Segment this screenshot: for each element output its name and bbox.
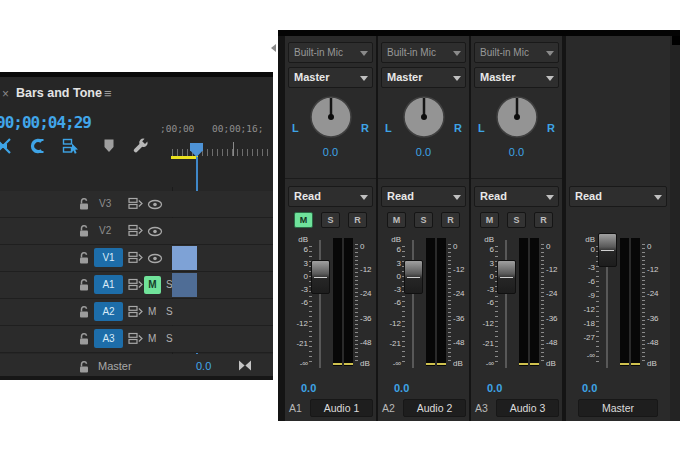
pan-knob[interactable] <box>401 94 447 140</box>
playhead-timecode[interactable]: 00;00;04;29 <box>0 113 91 132</box>
fader-tick-label: -∞ <box>473 360 494 368</box>
volume-value[interactable]: 0.0 <box>301 382 316 394</box>
output-assign-dropdown[interactable]: Master <box>474 67 559 88</box>
mute-button[interactable]: M <box>148 306 156 317</box>
timeline-settings-wrench-icon[interactable] <box>132 137 150 155</box>
eye-icon[interactable] <box>147 226 163 237</box>
db-label: dB <box>380 236 401 244</box>
lock-icon[interactable] <box>78 278 90 292</box>
video-clip[interactable] <box>172 246 197 270</box>
chevron-down-icon <box>360 76 368 81</box>
eye-icon[interactable] <box>147 253 163 264</box>
output-assign-dropdown[interactable]: Master <box>381 67 466 88</box>
volume-value[interactable]: 0.0 <box>487 382 502 394</box>
meter-tick-label: -48 <box>453 339 465 347</box>
source-patch-icon[interactable] <box>128 224 143 237</box>
output-assign-dropdown[interactable]: Master <box>288 67 373 88</box>
volume-fader-handle[interactable] <box>404 260 423 294</box>
lock-icon[interactable] <box>78 197 90 211</box>
fader-tick-label: 0 <box>287 273 308 281</box>
section-divider <box>285 178 376 179</box>
volume-value[interactable]: 0.0 <box>582 382 597 394</box>
track-name-field[interactable]: Audio 3 <box>496 399 559 417</box>
automation-mode-dropdown[interactable]: Read <box>474 186 559 207</box>
record-arm-button[interactable]: R <box>348 212 367 228</box>
source-patch-icon[interactable] <box>128 251 143 264</box>
input-device-dropdown[interactable]: Built-in Mic <box>381 42 466 63</box>
lock-icon[interactable] <box>78 251 90 265</box>
source-patch-icon[interactable] <box>128 197 143 210</box>
db-label: dB <box>647 360 657 368</box>
timeline-tab-bar: × Bars and Tone ≡ <box>0 80 273 108</box>
track-row-a1: A1 M S <box>0 272 273 298</box>
lock-icon[interactable] <box>78 224 90 238</box>
pan-value[interactable]: 0.0 <box>471 146 562 158</box>
pan-value[interactable]: 0.0 <box>285 146 376 158</box>
source-patch-icon[interactable] <box>128 305 143 318</box>
meter-tick-label: -12 <box>360 266 372 274</box>
volume-value[interactable]: 0.0 <box>394 382 409 394</box>
volume-fader-handle[interactable] <box>311 260 330 294</box>
lock-icon[interactable] <box>78 305 90 319</box>
fader-tick-label: -12 <box>287 320 308 328</box>
mute-button[interactable]: M <box>387 212 406 228</box>
master-gain-value[interactable]: 0.0 <box>196 360 211 372</box>
automation-mode-dropdown[interactable]: Read <box>569 186 667 207</box>
mute-button-active[interactable]: M <box>294 212 313 228</box>
fader-tick-label: -3 <box>380 286 401 294</box>
solo-button[interactable]: S <box>321 212 340 228</box>
track-target-chip[interactable]: V1 <box>94 248 123 267</box>
chevron-down-icon <box>546 76 554 81</box>
volume-fader-handle[interactable] <box>598 233 617 267</box>
solo-button[interactable]: S <box>166 306 173 317</box>
fader-tick-label: -18 <box>574 320 595 328</box>
work-area-bar[interactable] <box>171 156 198 159</box>
track-target-chip[interactable]: A1 <box>94 275 123 294</box>
close-icon[interactable]: × <box>2 87 9 101</box>
track-label[interactable]: V3 <box>99 198 111 209</box>
solo-button[interactable]: S <box>166 333 173 344</box>
automation-mode-dropdown[interactable]: Read <box>381 186 466 207</box>
ruler-label-start: ;00;00 <box>160 123 194 134</box>
solo-button[interactable]: S <box>414 212 433 228</box>
volume-fader-handle[interactable] <box>497 260 516 294</box>
timeline-ruler[interactable] <box>172 149 272 156</box>
audio-clip[interactable] <box>172 273 197 297</box>
linked-selection-icon[interactable] <box>62 137 80 155</box>
solo-button[interactable]: S <box>507 212 526 228</box>
track-label[interactable]: V2 <box>99 225 111 236</box>
track-target-chip[interactable]: A3 <box>94 329 123 348</box>
insert-overwrite-icon[interactable] <box>0 137 12 155</box>
track-name-field[interactable]: Master <box>578 399 658 417</box>
mute-button-active[interactable]: M <box>144 276 161 294</box>
source-patch-icon[interactable] <box>128 278 143 291</box>
pan-knob[interactable] <box>308 94 354 140</box>
lock-icon[interactable] <box>78 360 90 374</box>
input-device-dropdown[interactable]: Built-in Mic <box>288 42 373 63</box>
mute-button[interactable]: M <box>148 333 156 344</box>
eye-icon[interactable] <box>147 199 163 210</box>
track-name-field[interactable]: Audio 2 <box>403 399 466 417</box>
track-target-chip[interactable]: A2 <box>94 302 123 321</box>
level-meter <box>519 238 539 366</box>
timeline-tab-title[interactable]: Bars and Tone <box>16 86 102 100</box>
panel-menu-icon[interactable]: ≡ <box>104 86 112 101</box>
input-device-dropdown[interactable]: Built-in Mic <box>474 42 559 63</box>
mute-button[interactable]: M <box>480 212 499 228</box>
strip-id: A1 <box>289 402 302 414</box>
record-arm-button[interactable]: R <box>441 212 460 228</box>
source-patch-icon[interactable] <box>128 332 143 345</box>
pan-value[interactable]: 0.0 <box>378 146 469 158</box>
track-name-field[interactable]: Audio 1 <box>310 399 373 417</box>
bowtie-mix-icon[interactable] <box>238 360 252 371</box>
track-row-v2: V2 <box>0 218 273 244</box>
lock-icon[interactable] <box>78 332 90 346</box>
pan-knob[interactable] <box>494 94 540 140</box>
panel-edge-arrow-icon[interactable] <box>271 44 276 52</box>
record-arm-button[interactable]: R <box>534 212 553 228</box>
meter-tick-label: 0 <box>360 243 364 251</box>
meter-tick-marks <box>355 244 358 364</box>
snap-magnet-icon[interactable] <box>28 137 46 155</box>
automation-mode-dropdown[interactable]: Read <box>288 186 373 207</box>
add-marker-icon[interactable] <box>100 137 118 155</box>
